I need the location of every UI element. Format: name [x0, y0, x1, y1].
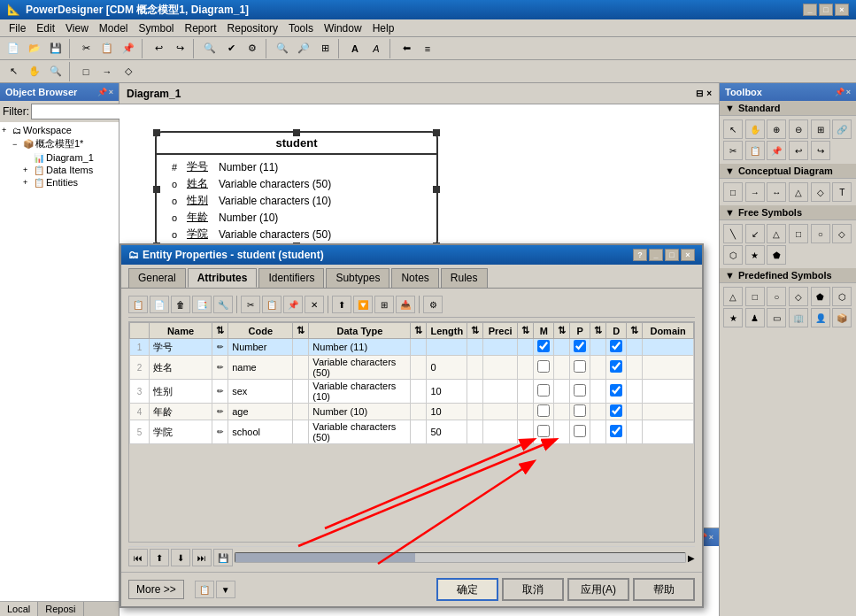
tree-expand-entities[interactable]: +: [23, 178, 34, 187]
col-length-sort[interactable]: ⇅: [467, 323, 483, 339]
tool-fs8[interactable]: ★: [745, 245, 765, 265]
menu-help[interactable]: Help: [367, 21, 400, 35]
dtb-move-up[interactable]: ⬆: [332, 296, 351, 313]
cell-p[interactable]: [570, 339, 590, 356]
tool-copy[interactable]: 📋: [745, 141, 765, 160]
tool-fs2[interactable]: ↙: [745, 224, 765, 243]
attributes-table-container[interactable]: Name ⇅ Code ⇅ Data Type ⇅ Length ⇅ Preci…: [128, 321, 695, 543]
tool-ps4[interactable]: ◇: [789, 287, 808, 306]
menu-file[interactable]: File: [4, 21, 31, 35]
menu-model[interactable]: Model: [94, 21, 134, 35]
col-name[interactable]: Name: [149, 323, 212, 339]
tb-open[interactable]: 📂: [25, 39, 44, 58]
diagram-float-btn[interactable]: ⊟: [696, 89, 703, 98]
dtb-copy[interactable]: 📋: [262, 296, 281, 313]
cell-length[interactable]: 10: [427, 404, 467, 420]
col-p[interactable]: P: [570, 323, 590, 339]
cell-d[interactable]: [606, 356, 627, 380]
col-preci-sort[interactable]: ⇅: [518, 323, 534, 339]
col-preci[interactable]: Preci: [483, 323, 518, 339]
tool-zoom-rect[interactable]: ⊞: [811, 119, 830, 139]
cell-length[interactable]: 10: [427, 380, 467, 404]
cell-domain[interactable]: [643, 380, 694, 404]
tab-subtypes[interactable]: Subtypes: [326, 268, 389, 288]
tb-redo[interactable]: ↪: [170, 39, 189, 58]
nav-save[interactable]: 💾: [213, 549, 233, 566]
apply-button[interactable]: 应用(A): [567, 578, 629, 601]
tb-paste[interactable]: 📌: [119, 39, 138, 58]
col-domain[interactable]: Domain: [643, 323, 694, 339]
dtb-columns[interactable]: ⊞: [374, 296, 394, 313]
dtb-paste[interactable]: 📌: [283, 296, 303, 313]
toolbox-conceptual-header[interactable]: ▼ Conceptual Diagram: [720, 164, 856, 179]
tool-text[interactable]: T: [832, 182, 852, 202]
cell-name[interactable]: 姓名: [149, 356, 212, 380]
ok-button[interactable]: 确定: [436, 578, 498, 601]
cell-m[interactable]: [534, 380, 554, 404]
tool-ps8[interactable]: ♟: [745, 308, 765, 327]
diagram-close-btn[interactable]: ×: [706, 89, 712, 98]
tool-pointer[interactable]: ↖: [723, 119, 743, 139]
tool-fs9[interactable]: ⬟: [767, 245, 786, 265]
col-d[interactable]: D: [606, 323, 627, 339]
col-datatype[interactable]: Data Type: [309, 323, 411, 339]
tb-zoom-out[interactable]: 🔎: [294, 39, 313, 58]
table-row[interactable]: 5 学院 ✏ school Variable characters (50) 5…: [130, 420, 694, 444]
table-row[interactable]: 3 性别 ✏ sex Variable characters (10) 10: [130, 380, 694, 404]
tool-relation[interactable]: →: [745, 182, 765, 202]
tool-inherit[interactable]: △: [789, 182, 808, 202]
cell-preci[interactable]: [483, 404, 518, 420]
cell-domain[interactable]: [643, 420, 694, 444]
tool-fs6[interactable]: ◇: [832, 224, 852, 243]
cell-m[interactable]: [534, 420, 554, 444]
dialog-close-btn[interactable]: ×: [681, 249, 695, 261]
output-close[interactable]: ×: [709, 533, 713, 542]
cell-datatype[interactable]: Variable characters (50): [309, 356, 411, 380]
tool-assoc[interactable]: ↔: [767, 182, 786, 202]
col-code-sort[interactable]: ⇅: [293, 323, 309, 339]
tb-generate[interactable]: ⚙: [243, 39, 262, 58]
panel-pin-btn[interactable]: 📌: [97, 88, 107, 96]
cell-datatype[interactable]: Variable characters (50): [309, 420, 411, 444]
dtb-remove[interactable]: ✕: [305, 296, 324, 313]
maximize-btn[interactable]: □: [819, 4, 833, 16]
minimize-btn[interactable]: _: [803, 4, 817, 16]
cell-preci[interactable]: [483, 380, 518, 404]
panel-close-btn[interactable]: ×: [109, 88, 113, 96]
cell-preci[interactable]: [483, 356, 518, 380]
tool-fs1[interactable]: ╲: [723, 224, 743, 243]
tree-expand-model[interactable]: −: [12, 140, 23, 149]
nav-next[interactable]: ⬇: [171, 549, 190, 566]
tb2-btn5[interactable]: →: [97, 62, 117, 81]
tab-identifiers[interactable]: Identifiers: [258, 268, 324, 288]
tool-ps7[interactable]: ★: [723, 308, 743, 327]
tb2-btn6[interactable]: ◇: [119, 62, 138, 81]
cell-datatype[interactable]: Variable characters (10): [309, 380, 411, 404]
dtb-insert[interactable]: 📄: [150, 296, 169, 313]
cell-m[interactable]: [534, 404, 554, 420]
tb-new[interactable]: 📄: [4, 39, 23, 58]
toolbox-close-btn[interactable]: ×: [846, 88, 851, 96]
cell-d[interactable]: [606, 404, 627, 420]
more-button[interactable]: More >>: [128, 580, 184, 599]
tool-entity[interactable]: □: [723, 182, 743, 202]
cell-name[interactable]: 学号: [149, 339, 212, 356]
menu-view[interactable]: View: [60, 21, 94, 35]
col-d-sort[interactable]: ⇅: [627, 323, 643, 339]
tb-copy[interactable]: 📋: [97, 39, 117, 58]
col-p-sort[interactable]: ⇅: [590, 323, 606, 339]
cell-d[interactable]: [606, 339, 627, 356]
toolbox-standard-header[interactable]: ▼ Standard: [720, 101, 856, 116]
cell-p[interactable]: [570, 356, 590, 380]
tool-ps2[interactable]: □: [745, 287, 765, 306]
tab-notes[interactable]: Notes: [391, 268, 438, 288]
cell-code[interactable]: Number: [228, 339, 293, 356]
tool-undo[interactable]: ↩: [789, 141, 808, 160]
tool-fs5[interactable]: ○: [811, 224, 830, 243]
tool-ps6[interactable]: ⬡: [832, 287, 852, 306]
dialog-maximize-btn[interactable]: □: [665, 249, 679, 261]
tool-fs3[interactable]: △: [767, 224, 786, 243]
tree-workspace[interactable]: + 🗂 Workspace: [2, 124, 117, 136]
table-row[interactable]: 1 学号 ✏ Number Number (11): [130, 339, 694, 356]
cell-code[interactable]: sex: [228, 380, 293, 404]
